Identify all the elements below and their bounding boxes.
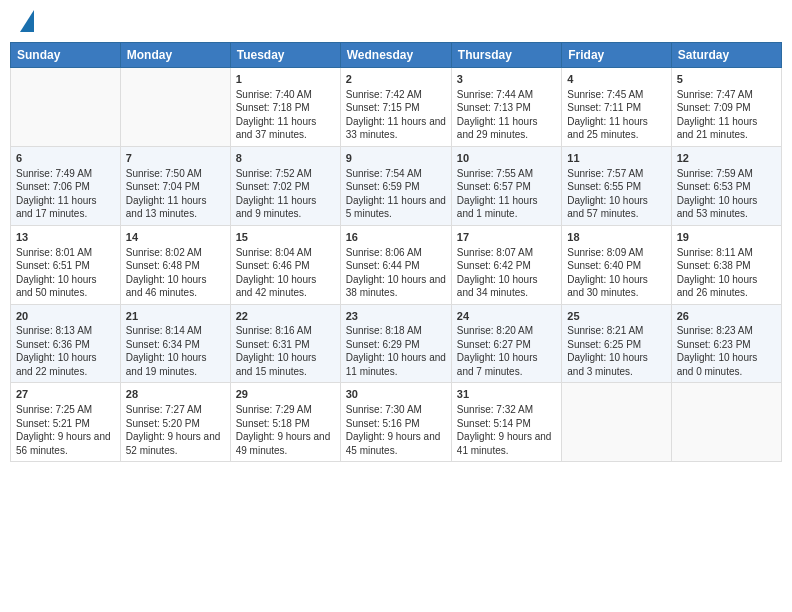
day-info: Sunrise: 8:09 AMSunset: 6:40 PMDaylight:… (567, 246, 665, 300)
day-cell: 22Sunrise: 8:16 AMSunset: 6:31 PMDayligh… (230, 304, 340, 383)
day-number: 13 (16, 230, 115, 245)
day-cell: 6Sunrise: 7:49 AMSunset: 7:06 PMDaylight… (11, 146, 121, 225)
weekday-header-monday: Monday (120, 43, 230, 68)
day-info: Sunrise: 7:25 AMSunset: 5:21 PMDaylight:… (16, 403, 115, 457)
day-number: 31 (457, 387, 556, 402)
day-cell (671, 383, 781, 462)
day-info: Sunrise: 7:50 AMSunset: 7:04 PMDaylight:… (126, 167, 225, 221)
day-info: Sunrise: 7:55 AMSunset: 6:57 PMDaylight:… (457, 167, 556, 221)
day-cell: 7Sunrise: 7:50 AMSunset: 7:04 PMDaylight… (120, 146, 230, 225)
day-cell: 30Sunrise: 7:30 AMSunset: 5:16 PMDayligh… (340, 383, 451, 462)
day-cell: 16Sunrise: 8:06 AMSunset: 6:44 PMDayligh… (340, 225, 451, 304)
day-cell: 29Sunrise: 7:29 AMSunset: 5:18 PMDayligh… (230, 383, 340, 462)
day-info: Sunrise: 7:47 AMSunset: 7:09 PMDaylight:… (677, 88, 776, 142)
day-number: 6 (16, 151, 115, 166)
day-cell: 13Sunrise: 8:01 AMSunset: 6:51 PMDayligh… (11, 225, 121, 304)
day-cell: 12Sunrise: 7:59 AMSunset: 6:53 PMDayligh… (671, 146, 781, 225)
logo (18, 14, 34, 32)
day-info: Sunrise: 7:45 AMSunset: 7:11 PMDaylight:… (567, 88, 665, 142)
day-number: 5 (677, 72, 776, 87)
day-number: 29 (236, 387, 335, 402)
day-info: Sunrise: 7:40 AMSunset: 7:18 PMDaylight:… (236, 88, 335, 142)
day-number: 2 (346, 72, 446, 87)
day-cell: 15Sunrise: 8:04 AMSunset: 6:46 PMDayligh… (230, 225, 340, 304)
day-cell: 3Sunrise: 7:44 AMSunset: 7:13 PMDaylight… (451, 68, 561, 147)
day-cell: 10Sunrise: 7:55 AMSunset: 6:57 PMDayligh… (451, 146, 561, 225)
day-cell: 4Sunrise: 7:45 AMSunset: 7:11 PMDaylight… (562, 68, 671, 147)
day-cell: 27Sunrise: 7:25 AMSunset: 5:21 PMDayligh… (11, 383, 121, 462)
day-number: 14 (126, 230, 225, 245)
day-info: Sunrise: 8:14 AMSunset: 6:34 PMDaylight:… (126, 324, 225, 378)
day-number: 23 (346, 309, 446, 324)
day-number: 28 (126, 387, 225, 402)
day-cell (11, 68, 121, 147)
day-cell: 19Sunrise: 8:11 AMSunset: 6:38 PMDayligh… (671, 225, 781, 304)
day-number: 3 (457, 72, 556, 87)
day-number: 25 (567, 309, 665, 324)
week-row-4: 20Sunrise: 8:13 AMSunset: 6:36 PMDayligh… (11, 304, 782, 383)
day-number: 16 (346, 230, 446, 245)
day-info: Sunrise: 8:23 AMSunset: 6:23 PMDaylight:… (677, 324, 776, 378)
day-cell: 18Sunrise: 8:09 AMSunset: 6:40 PMDayligh… (562, 225, 671, 304)
day-number: 4 (567, 72, 665, 87)
day-info: Sunrise: 7:59 AMSunset: 6:53 PMDaylight:… (677, 167, 776, 221)
day-number: 1 (236, 72, 335, 87)
day-cell: 14Sunrise: 8:02 AMSunset: 6:48 PMDayligh… (120, 225, 230, 304)
weekday-header-sunday: Sunday (11, 43, 121, 68)
day-number: 26 (677, 309, 776, 324)
day-number: 18 (567, 230, 665, 245)
day-info: Sunrise: 8:11 AMSunset: 6:38 PMDaylight:… (677, 246, 776, 300)
day-number: 24 (457, 309, 556, 324)
day-cell (562, 383, 671, 462)
day-cell: 28Sunrise: 7:27 AMSunset: 5:20 PMDayligh… (120, 383, 230, 462)
day-info: Sunrise: 8:21 AMSunset: 6:25 PMDaylight:… (567, 324, 665, 378)
day-number: 27 (16, 387, 115, 402)
day-info: Sunrise: 8:16 AMSunset: 6:31 PMDaylight:… (236, 324, 335, 378)
day-info: Sunrise: 7:54 AMSunset: 6:59 PMDaylight:… (346, 167, 446, 221)
day-cell: 17Sunrise: 8:07 AMSunset: 6:42 PMDayligh… (451, 225, 561, 304)
day-cell: 31Sunrise: 7:32 AMSunset: 5:14 PMDayligh… (451, 383, 561, 462)
day-number: 21 (126, 309, 225, 324)
weekday-header-thursday: Thursday (451, 43, 561, 68)
weekday-header-tuesday: Tuesday (230, 43, 340, 68)
day-number: 20 (16, 309, 115, 324)
day-number: 10 (457, 151, 556, 166)
day-cell: 20Sunrise: 8:13 AMSunset: 6:36 PMDayligh… (11, 304, 121, 383)
day-number: 17 (457, 230, 556, 245)
day-info: Sunrise: 8:07 AMSunset: 6:42 PMDaylight:… (457, 246, 556, 300)
day-number: 12 (677, 151, 776, 166)
day-cell: 8Sunrise: 7:52 AMSunset: 7:02 PMDaylight… (230, 146, 340, 225)
day-info: Sunrise: 8:20 AMSunset: 6:27 PMDaylight:… (457, 324, 556, 378)
day-info: Sunrise: 7:52 AMSunset: 7:02 PMDaylight:… (236, 167, 335, 221)
page-header (10, 10, 782, 36)
weekday-header-row: SundayMondayTuesdayWednesdayThursdayFrid… (11, 43, 782, 68)
day-number: 11 (567, 151, 665, 166)
logo-triangle-icon (20, 10, 34, 32)
day-cell: 25Sunrise: 8:21 AMSunset: 6:25 PMDayligh… (562, 304, 671, 383)
day-cell: 24Sunrise: 8:20 AMSunset: 6:27 PMDayligh… (451, 304, 561, 383)
week-row-3: 13Sunrise: 8:01 AMSunset: 6:51 PMDayligh… (11, 225, 782, 304)
day-cell: 2Sunrise: 7:42 AMSunset: 7:15 PMDaylight… (340, 68, 451, 147)
day-number: 22 (236, 309, 335, 324)
day-info: Sunrise: 7:27 AMSunset: 5:20 PMDaylight:… (126, 403, 225, 457)
day-info: Sunrise: 7:42 AMSunset: 7:15 PMDaylight:… (346, 88, 446, 142)
day-info: Sunrise: 8:13 AMSunset: 6:36 PMDaylight:… (16, 324, 115, 378)
day-cell: 9Sunrise: 7:54 AMSunset: 6:59 PMDaylight… (340, 146, 451, 225)
day-cell: 26Sunrise: 8:23 AMSunset: 6:23 PMDayligh… (671, 304, 781, 383)
day-cell: 23Sunrise: 8:18 AMSunset: 6:29 PMDayligh… (340, 304, 451, 383)
day-number: 19 (677, 230, 776, 245)
day-cell: 5Sunrise: 7:47 AMSunset: 7:09 PMDaylight… (671, 68, 781, 147)
day-cell: 11Sunrise: 7:57 AMSunset: 6:55 PMDayligh… (562, 146, 671, 225)
day-info: Sunrise: 7:30 AMSunset: 5:16 PMDaylight:… (346, 403, 446, 457)
calendar-table: SundayMondayTuesdayWednesdayThursdayFrid… (10, 42, 782, 462)
day-info: Sunrise: 7:49 AMSunset: 7:06 PMDaylight:… (16, 167, 115, 221)
weekday-header-saturday: Saturday (671, 43, 781, 68)
day-info: Sunrise: 7:29 AMSunset: 5:18 PMDaylight:… (236, 403, 335, 457)
day-number: 7 (126, 151, 225, 166)
day-cell (120, 68, 230, 147)
day-number: 30 (346, 387, 446, 402)
day-info: Sunrise: 8:06 AMSunset: 6:44 PMDaylight:… (346, 246, 446, 300)
week-row-5: 27Sunrise: 7:25 AMSunset: 5:21 PMDayligh… (11, 383, 782, 462)
day-number: 8 (236, 151, 335, 166)
day-info: Sunrise: 7:32 AMSunset: 5:14 PMDaylight:… (457, 403, 556, 457)
